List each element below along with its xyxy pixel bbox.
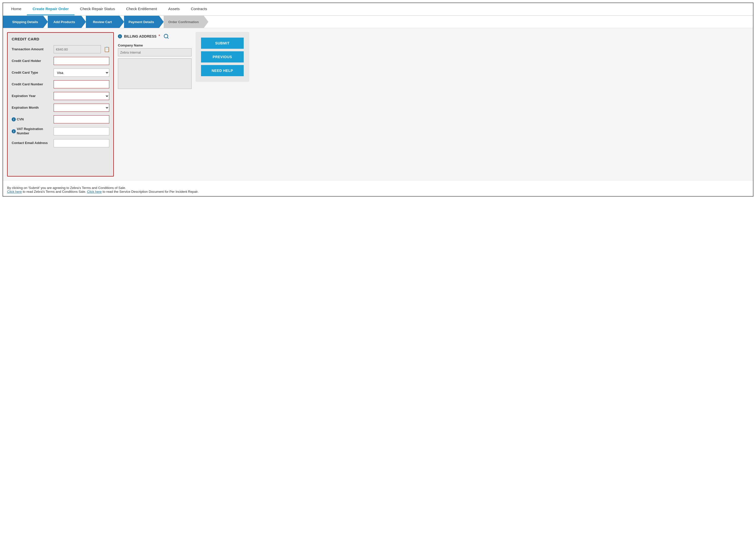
cvn-input[interactable]: [54, 115, 109, 123]
transaction-amount-label: Transaction Amount: [12, 47, 51, 52]
nav-assets[interactable]: Assets: [163, 3, 185, 15]
main-content: CREDIT CARD Transaction Amount 📋 Credit …: [3, 28, 753, 181]
expiration-year-row: Expiration Year: [12, 92, 109, 100]
svg-line-1: [167, 37, 168, 39]
billing-required-star: *: [158, 34, 160, 39]
top-navigation: Home Create Repair Order Check Repair St…: [3, 3, 753, 16]
expiration-year-label: Expiration Year: [12, 94, 51, 98]
nav-contracts[interactable]: Contracts: [185, 3, 213, 15]
nav-home[interactable]: Home: [6, 3, 27, 15]
footer-link1[interactable]: Click here: [7, 190, 22, 194]
footer-line2: Click here to read Zebra's Terms and Con…: [7, 190, 749, 194]
need-help-button[interactable]: NEED HELP: [201, 65, 244, 76]
action-buttons-container: SUBMIT PREVIOUS NEED HELP: [196, 32, 249, 177]
footer: By clicking on 'Submit' you are agreeing…: [3, 181, 753, 196]
credit-card-section: CREDIT CARD Transaction Amount 📋 Credit …: [7, 32, 114, 177]
nav-create-repair-order[interactable]: Create Repair Order: [27, 3, 74, 15]
step-add-products[interactable]: Add Products: [43, 16, 81, 28]
nav-check-repair-status[interactable]: Check Repair Status: [74, 3, 121, 15]
step-shipping-details[interactable]: Shipping Details: [3, 16, 43, 28]
vat-registration-label: i VAT Registration Number: [12, 127, 51, 136]
transaction-amount-row: Transaction Amount 📋: [12, 45, 109, 53]
billing-address-title: BILLING ADDRESS: [124, 34, 156, 39]
credit-card-holder-row: Credit Card Holder: [12, 57, 109, 65]
company-name-label: Company Name: [118, 44, 192, 47]
credit-card-title: CREDIT CARD: [12, 37, 109, 41]
billing-header: i BILLING ADDRESS *: [118, 32, 192, 41]
step-review-cart[interactable]: Review Cart: [81, 16, 119, 28]
credit-card-number-row: Credit Card Number: [12, 80, 109, 88]
vat-info-icon[interactable]: i: [12, 129, 16, 133]
footer-link2-description: to read the Service Description Document…: [103, 190, 198, 194]
expiration-month-row: Expiration Month: [12, 104, 109, 112]
expiration-month-select[interactable]: [54, 104, 109, 112]
credit-card-type-select[interactable]: Visa Mastercard American Express Discove…: [54, 69, 109, 77]
footer-link2[interactable]: Click here: [87, 190, 102, 194]
expiration-year-select[interactable]: [54, 92, 109, 100]
nav-check-entitlement[interactable]: Check Entitlement: [120, 3, 163, 15]
credit-card-type-label: Credit Card Type: [12, 71, 51, 75]
submit-button[interactable]: SUBMIT: [201, 37, 244, 49]
contact-email-label: Contact Email Address: [12, 141, 51, 145]
footer-line1: By clicking on 'Submit' you are agreeing…: [7, 186, 749, 190]
buttons-panel: SUBMIT PREVIOUS NEED HELP: [196, 32, 249, 81]
credit-card-type-row: Credit Card Type Visa Mastercard America…: [12, 69, 109, 77]
credit-card-holder-input[interactable]: [54, 57, 109, 65]
credit-card-number-label: Credit Card Number: [12, 82, 51, 86]
step-payment-details[interactable]: Payment Details: [119, 16, 159, 28]
cvn-label: i CVN: [12, 117, 51, 122]
billing-info-icon[interactable]: i: [118, 34, 122, 39]
company-name-input: [118, 48, 192, 56]
step-order-confirmation[interactable]: Order Confirmation: [159, 16, 204, 28]
contact-email-row: Contact Email Address: [12, 139, 109, 147]
billing-search-button[interactable]: [162, 32, 170, 41]
credit-card-holder-label: Credit Card Holder: [12, 59, 51, 63]
credit-card-number-input[interactable]: [54, 80, 109, 88]
expiration-month-label: Expiration Month: [12, 106, 51, 110]
cvn-row: i CVN: [12, 115, 109, 123]
cvn-info-icon[interactable]: i: [12, 117, 16, 121]
transaction-amount-input: [54, 45, 101, 53]
billing-address-textarea[interactable]: [118, 58, 192, 89]
contact-email-input[interactable]: [54, 139, 109, 147]
previous-button[interactable]: PREVIOUS: [201, 51, 244, 62]
steps-bar: Shipping Details Add Products Review Car…: [3, 16, 753, 28]
footer-link1-description: to read Zebra's Terms and Conditions Sal…: [23, 190, 87, 194]
billing-address-section: i BILLING ADDRESS * Company Name: [118, 32, 192, 177]
copy-icon[interactable]: 📋: [103, 46, 111, 53]
vat-registration-row: i VAT Registration Number: [12, 127, 109, 136]
vat-registration-input[interactable]: [54, 127, 109, 135]
